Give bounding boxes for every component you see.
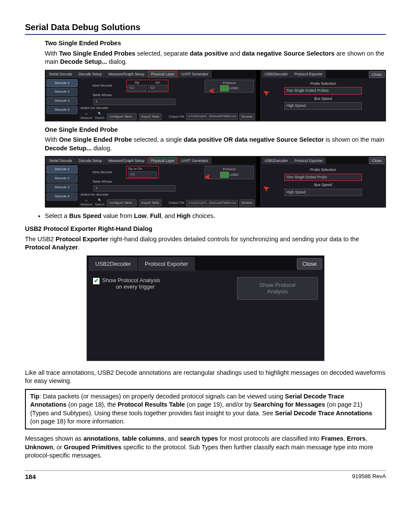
tab-protocol-exporter[interactable]: Protocol Exporter [138,257,194,271]
dp-value[interactable]: C1 [128,85,146,91]
tab-physical-layer[interactable]: Physical Layer [148,71,177,78]
section2-paragraph: With One Single Ended Probe selected, a … [45,136,386,152]
tab-usb2decoder[interactable]: USB2Decoder [89,257,137,271]
screenshot-one-probe: Serial Decode Decode Setup Measure/Graph… [45,156,386,208]
arrow-icon: ➤ [204,171,211,183]
configure-table-button[interactable]: Configure Table... [107,199,137,206]
tab-protocol-exporter[interactable]: Protocol Exporter [291,157,326,164]
probe-selection-label: Probe Selection [263,81,383,86]
dn-label: Dn [156,81,160,85]
section-heading-one-probe: One Single Ended Probe [45,126,386,134]
table-rows-value[interactable]: 1 [93,185,175,192]
decode4-button[interactable]: Decode 4 [47,193,78,201]
protocol-box[interactable]: Protocol USB2 [205,166,254,179]
tab-measure-graph[interactable]: Measure/Graph Setup [105,157,147,164]
decode2-button[interactable]: Decode 2 [47,174,78,183]
protocol-value: USB2 [230,173,239,177]
tab-decode-setup[interactable]: Decode Setup [75,157,105,164]
tab-protocol-exporter[interactable]: Protocol Exporter [291,71,326,78]
usb-icon [220,85,229,91]
probe-selection-label: Probe Selection [263,168,383,172]
close-button[interactable]: Close [369,157,385,164]
search-icon[interactable]: 🔍 [98,112,102,115]
section1-paragraph: With Two Single Ended Probes selected, s… [45,50,386,66]
view-decode-label: View Decode [81,84,124,88]
section3-paragraph: The USB2 Protocol Exporter right-hand di… [25,235,386,252]
decode4-button[interactable]: Decode 4 [47,106,78,114]
tip-box: Tip: Data packets (or messages) on prope… [25,389,386,429]
page-title: Serial Data Debug Solutions [25,22,386,35]
protocol-exporter-panel: USB2Decoder Protocol Exporter Close ✔ Sh… [87,255,324,361]
dp-or-dn-value[interactable]: C1 [128,171,157,178]
decode3-button[interactable]: Decode 3 [47,97,78,105]
view-decode-label: View Decode [81,170,124,175]
decode3-button[interactable]: Decode 3 [47,184,78,192]
output-file-path[interactable]: c:\LeCroy\X...\DecodeTable.csv [186,200,238,206]
section-heading-exporter: USB2 Protocol Exporter Right-Hand Dialog [25,225,386,233]
measure-icon[interactable]: ▭ [85,112,88,115]
table-rows-value[interactable]: 1 [93,99,175,105]
browse-button[interactable]: Browse [240,113,255,120]
bus-speed-label: Bus Speed [263,96,383,101]
bus-speed-value[interactable]: High Speed [284,189,362,196]
show-analysis-checkbox[interactable]: ✔ [93,278,100,284]
bus-speed-label: Bus Speed [263,183,383,187]
tab-uart-generator[interactable]: UART Generator [178,157,211,164]
tab-usb2decoder[interactable]: USB2Decoder [262,157,291,164]
export-table-button[interactable]: Export Table [139,199,162,206]
tab-serial-decode[interactable]: Serial Decode [46,157,75,164]
tab-physical-layer[interactable]: Physical Layer [148,157,177,164]
bullet-bus-speed: Select a Bus Speed value from Low, Full,… [45,212,386,221]
action-label: Action for decoder [81,193,109,197]
tab-decode-setup[interactable]: Decode Setup [75,71,105,78]
after-panel-paragraph: Like all trace annotations, USB2 Decode … [25,369,386,386]
show-protocol-analysis-button[interactable]: Show ProtocolAnalysis [237,277,318,300]
table-rows-label: Table #Rows [81,93,124,98]
search-icon[interactable]: 🔍 [98,198,102,202]
decode2-button[interactable]: Decode 2 [47,88,78,96]
decode1-button[interactable]: Decode 1 [47,165,78,174]
usb-icon [220,172,229,178]
decode1-button[interactable]: Decode 1 [47,79,78,87]
close-button[interactable]: Close [369,71,385,78]
protocol-label: Protocol [206,167,252,172]
action-label: Action for decoder [81,106,109,111]
tab-measure-graph[interactable]: Measure/Graph Setup [105,71,147,78]
section-heading-two-probes: Two Single Ended Probes [45,39,386,48]
measure-icon[interactable]: ▭ [85,198,88,202]
dp-label: Dp [135,81,139,85]
tab-usb2decoder[interactable]: USB2Decoder [262,71,291,78]
arrow-icon: ➤ [208,85,215,96]
browse-button[interactable]: Browse [240,199,255,206]
page-number: 184 [25,473,36,481]
configure-table-button[interactable]: Configure Table... [107,113,137,120]
screenshot-two-probes: Serial Decode Decode Setup Measure/Graph… [45,70,386,121]
dp-or-dn-label: Dp or Dn [128,167,142,171]
bus-speed-value[interactable]: High Speed [284,102,362,109]
tab-uart-generator[interactable]: UART Generator [178,71,211,78]
export-table-button[interactable]: Export Table [139,113,162,120]
protocol-value: USB2 [230,87,239,90]
dn-value[interactable]: C2 [148,85,167,91]
output-file-path[interactable]: c:\LeCroy\X...\DecodeTable.csv [186,113,238,120]
table-rows-label: Table #Rows [81,180,124,184]
output-file-label: Output File [168,201,184,205]
tab-serial-decode[interactable]: Serial Decode [46,71,75,78]
show-analysis-label: Show Protocol Analysis on every trigger [102,277,160,290]
probe-selection-value[interactable]: Two Single Ended Probes [284,87,362,94]
probe-selection-value[interactable]: One Single Ended Probe [284,174,362,181]
page-revision: 919586 RevA [352,473,386,481]
page-footer: 184 919586 RevA [25,470,386,481]
close-button[interactable]: Close [297,258,322,270]
final-paragraph: Messages shown as annotations, table col… [25,435,386,460]
output-file-label: Output File [168,115,184,119]
